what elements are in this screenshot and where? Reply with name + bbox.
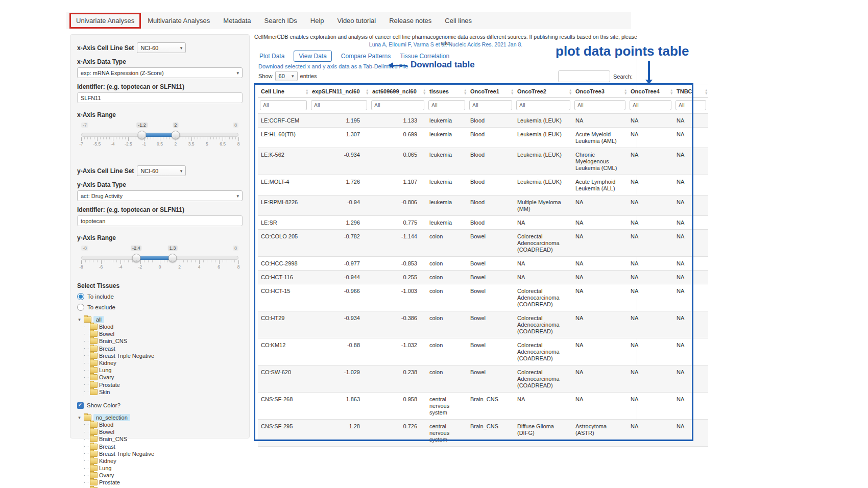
filter-input-act609699-nci60[interactable] — [371, 100, 424, 110]
table-row[interactable]: CO:HCT-116-0.9440.255colonBowelNANANANA — [258, 271, 708, 284]
col-header-oncotree4[interactable]: OncoTree4▴▾ — [628, 85, 673, 98]
tree-root-all[interactable]: ▾all — [77, 316, 243, 323]
tree-item-ovary[interactable]: Ovary — [84, 472, 243, 479]
tree-item-bowel[interactable]: Bowel — [84, 428, 243, 435]
tree-item-lung[interactable]: Lung — [84, 367, 243, 374]
tree-item-breast[interactable]: Breast — [84, 443, 243, 450]
tree-item-kidney[interactable]: Kidney — [84, 457, 243, 465]
nav-item-video-tutorial[interactable]: Video tutorial — [333, 15, 381, 27]
table-row[interactable]: LE:CCRF-CEM1.1951.133leukemiaBloodLeukem… — [258, 114, 708, 128]
col-header-oncotree3[interactable]: OncoTree3▴▾ — [572, 85, 628, 98]
search-input[interactable] — [558, 70, 610, 82]
download-link[interactable]: Download selected x and y axis data as a… — [258, 63, 408, 69]
filter-input-oncotree3[interactable] — [574, 100, 625, 110]
tree-item-bowel[interactable]: Bowel — [84, 330, 243, 337]
cell-cell-line: CNS:SF-295 — [258, 420, 309, 447]
tree-item-skin[interactable]: Skin — [84, 486, 243, 488]
cell-expslfn11-nci60: -0.94 — [309, 196, 369, 216]
cell-tissues: colon — [426, 338, 467, 365]
tree-item-ovary[interactable]: Ovary — [84, 374, 243, 381]
col-header-cell-line[interactable]: Cell Line▴▾ — [258, 85, 309, 98]
cell-oncotree3: NA — [572, 216, 628, 230]
nav-item-metadata[interactable]: Metadata — [219, 15, 255, 27]
tab-compare-patterns[interactable]: Compare Patterns — [341, 51, 391, 61]
cell-oncotree4: NA — [628, 420, 673, 447]
tree-item-lung[interactable]: Lung — [84, 465, 243, 472]
nav-item-help[interactable]: Help — [306, 15, 329, 27]
cell-tissues: colon — [426, 271, 467, 284]
table-row[interactable]: CO:HT29-0.934-0.386colonBowelColorectal … — [258, 311, 708, 338]
tissue-include-radio[interactable]: To include — [77, 293, 243, 300]
table-row[interactable]: LE:HL-60(TB)1.3070.699leukemiaBloodLeuke… — [258, 128, 708, 148]
filter-input-cell-line[interactable] — [260, 100, 307, 110]
x-data-type-select[interactable]: exp: mRNA Expression (Z-Score) ▾ — [77, 67, 243, 78]
x-cell-line-set-select[interactable]: NCI-60 ▾ — [137, 42, 186, 53]
x-range-slider[interactable]: -7 8 -1.2 2 -7-5.5-4-2.5-10.523.556.58 — [77, 121, 243, 148]
cell-oncotree2: Leukemia (LEUK) — [514, 128, 572, 148]
tree-item-brain-cns[interactable]: Brain_CNS — [84, 337, 243, 345]
tree-item-breast[interactable]: Breast — [84, 345, 243, 352]
show-color-checkbox[interactable]: Show Color? — [77, 402, 243, 409]
col-header-tnbc[interactable]: TNBC▴▾ — [673, 85, 708, 98]
entries-select[interactable]: 60 ▾ — [275, 71, 298, 81]
table-row[interactable]: LE:K-562-0.9340.065leukemiaBloodLeukemia… — [258, 148, 708, 175]
cell-expslfn11-nci60: -0.88 — [309, 338, 369, 365]
y-cell-line-set-select[interactable]: NCI-60 ▾ — [137, 165, 186, 176]
filter-input-oncotree2[interactable] — [516, 100, 570, 110]
tab-plot-data[interactable]: Plot Data — [259, 51, 284, 61]
table-row[interactable]: LE:MOLT-41.7261.107leukemiaBloodLeukemia… — [258, 175, 708, 196]
filter-input-tissues[interactable] — [428, 100, 465, 110]
tree-item-label: Breast — [99, 346, 115, 352]
nav-item-multivariate-analyses[interactable]: Multivariate Analyses — [143, 15, 214, 27]
tree-item-blood[interactable]: Blood — [84, 323, 243, 330]
filter-input-tnbc[interactable] — [676, 100, 706, 110]
cell-oncotree3: NA — [572, 311, 628, 338]
filter-input-oncotree4[interactable] — [630, 100, 671, 110]
table-row[interactable]: CO:COLO 205-0.782-1.144colonBowelColorec… — [258, 230, 708, 257]
table-row[interactable]: CO:HCC-2998-0.977-0.853colonBowelNANANAN… — [258, 257, 708, 271]
nav-item-cell-lines[interactable]: Cell lines — [440, 15, 476, 27]
y-data-type-select[interactable]: act: Drug Activity ▾ — [77, 190, 243, 201]
filter-input-expslfn11-nci60[interactable] — [311, 100, 367, 110]
tab-view-data[interactable]: View Data — [294, 51, 331, 62]
table-row[interactable]: CO:SW-620-1.0290.238colonBowelColorectal… — [258, 365, 708, 393]
tree-item-prostate[interactable]: Prostate — [84, 381, 243, 388]
folder-icon — [90, 472, 98, 478]
nav-item-release-notes[interactable]: Release notes — [384, 15, 436, 27]
col-header-tissues[interactable]: tissues▴▾ — [426, 85, 467, 98]
table-row[interactable]: CO:KM12-0.88-1.032colonBowelColorectal A… — [258, 338, 708, 365]
tree-item-skin[interactable]: Skin — [84, 388, 243, 396]
nav-item-univariate-analyses[interactable]: Univariate Analyses — [71, 15, 139, 27]
tree-item-breast-triple-negative[interactable]: Breast Triple Negative — [84, 352, 243, 359]
table-row[interactable]: LE:SR1.2960.775leukemiaBloodNANANANA — [258, 216, 708, 230]
cell-cell-line: CO:COLO 205 — [258, 230, 309, 257]
chevron-down-icon: ▾ — [77, 317, 82, 322]
slider-max-label: 8 — [233, 246, 238, 251]
tree-item-kidney[interactable]: Kidney — [84, 359, 243, 367]
tree-root-no-selection[interactable]: ▾no_selection — [77, 414, 243, 421]
entries-control: Show 60 ▾ entries — [258, 71, 317, 81]
filter-input-oncotree1[interactable] — [469, 100, 512, 110]
radio-icon — [77, 304, 84, 311]
radio-include-label: To include — [87, 294, 114, 300]
col-header-oncotree2[interactable]: OncoTree2▴▾ — [514, 85, 572, 98]
tree-item-brain-cns[interactable]: Brain_CNS — [84, 435, 243, 443]
nav-item-search-ids[interactable]: Search IDs — [260, 15, 302, 27]
tree-item-breast-triple-negative[interactable]: Breast Triple Negative — [84, 450, 243, 457]
y-identifier-input[interactable] — [77, 215, 243, 226]
col-header-act609699-nci60[interactable]: act609699_nci60▴▾ — [369, 85, 426, 98]
col-header-expslfn11-nci60[interactable]: expSLFN11_nci60▴▾ — [309, 85, 369, 98]
cell-cell-line: CO:HT29 — [258, 311, 309, 338]
tree-item-blood[interactable]: Blood — [84, 421, 243, 428]
col-header-oncotree1[interactable]: OncoTree1▴▾ — [467, 85, 514, 98]
x-identifier-input[interactable] — [77, 92, 243, 103]
table-row[interactable]: CO:HCT-15-0.966-1.003colonBowelColorecta… — [258, 284, 708, 311]
y-range-slider[interactable]: -8 8 -2.4 1.3 -8-6-4-202468 — [77, 245, 243, 271]
table-row[interactable]: LE:RPMI-8226-0.94-0.806leukemiaBloodMult… — [258, 196, 708, 216]
sort-icon: ▴▾ — [624, 89, 626, 94]
table-row[interactable]: CNS:SF-2951.280.726central nervous syste… — [258, 420, 708, 447]
tree-item-prostate[interactable]: Prostate — [84, 479, 243, 486]
table-row[interactable]: CNS:SF-2681.8630.958central nervous syst… — [258, 393, 708, 420]
tissue-exclude-radio[interactable]: To exclude — [77, 304, 243, 311]
cell-oncotree3: NA — [572, 338, 628, 365]
